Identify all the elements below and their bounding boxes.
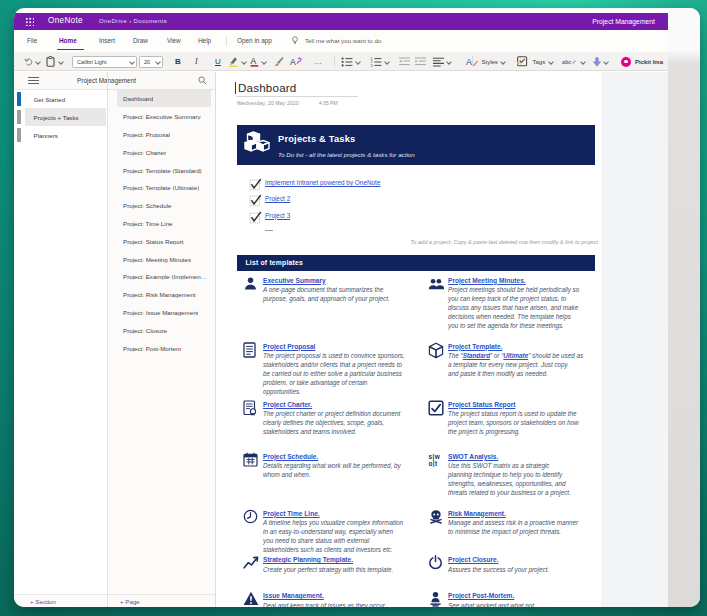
styles-button[interactable]: Styles xyxy=(480,52,499,71)
section-planners[interactable]: Planners xyxy=(14,126,107,144)
checked-checkbox-icon[interactable] xyxy=(249,211,263,224)
bullets-icon[interactable] xyxy=(341,52,353,71)
add-page-button[interactable]: + Page xyxy=(120,598,140,605)
outdent-icon[interactable] xyxy=(399,52,410,71)
template-link[interactable]: Project Charter. xyxy=(263,401,312,408)
page-item-project-schedule[interactable]: Project: Schedule xyxy=(117,196,211,214)
font-color-icon[interactable]: A xyxy=(250,52,259,71)
pickit-button[interactable]: Pickit Ima xyxy=(635,52,663,71)
underline-button[interactable]: U xyxy=(215,52,221,71)
page-item-project-template-standard-[interactable]: Project: Template (Standard) xyxy=(117,161,211,179)
template-link[interactable]: SWOT Analysis. xyxy=(448,453,498,460)
page-item-project-charter[interactable]: Project: Charter xyxy=(117,143,211,161)
template-link[interactable]: Project Proposal xyxy=(263,343,315,350)
highlight-icon[interactable] xyxy=(228,52,239,71)
tags-dropdown[interactable] xyxy=(548,52,553,71)
styles-dropdown[interactable] xyxy=(500,52,505,71)
checked-checkbox-icon[interactable] xyxy=(249,194,263,207)
page-item-project-template-ultimate-[interactable]: Project: Template (Ultimate) xyxy=(117,179,211,197)
font-name-combo[interactable]: Calibri Light xyxy=(72,56,137,68)
menu-tab-help[interactable]: Help xyxy=(198,37,211,44)
undo-dropdown[interactable] xyxy=(35,52,40,71)
section-get-started[interactable]: Get Started xyxy=(14,90,107,108)
template-link[interactable]: Issue Management. xyxy=(263,592,324,599)
template-link[interactable]: Project Closure. xyxy=(448,556,499,563)
template-link[interactable]: Project Post-Mortem. xyxy=(448,592,514,599)
undo-icon[interactable] xyxy=(24,52,33,71)
template-link[interactable]: Project Template. xyxy=(448,343,502,350)
more-options-button[interactable]: … xyxy=(314,52,323,71)
template-link[interactable]: Project Schedule. xyxy=(263,453,318,460)
search-icon[interactable] xyxy=(198,76,207,85)
page-date: Wednesday, 20 May 2020 xyxy=(237,100,299,106)
open-in-app-button[interactable]: Open in app xyxy=(237,37,272,44)
breadcrumb[interactable]: OneDrive › Documents xyxy=(99,18,167,24)
standard-link[interactable]: Standard xyxy=(463,352,490,359)
paste-icon[interactable] xyxy=(46,52,55,71)
bold-button[interactable]: B xyxy=(175,52,181,71)
page-title[interactable]: Dashboard xyxy=(238,81,297,94)
todo-link[interactable]: Implement Intranet powered by OneNote xyxy=(265,179,380,186)
numbering-dropdown[interactable] xyxy=(384,52,389,71)
page-item-dashboard[interactable]: Dashboard xyxy=(117,90,211,108)
page-item-project-post-mortem[interactable]: Project: Post-Mortem xyxy=(117,339,211,357)
italic-button[interactable]: I xyxy=(195,52,198,71)
checked-checkbox-icon[interactable] xyxy=(249,178,263,191)
page-item-project-time-line[interactable]: Project: Time Line xyxy=(117,214,211,232)
template-link[interactable]: Project Status Report xyxy=(448,401,515,408)
align-dropdown[interactable] xyxy=(446,52,451,71)
nav-header: Project Management xyxy=(14,72,215,90)
font-color-dropdown[interactable] xyxy=(261,52,266,71)
menu-tab-insert[interactable]: Insert xyxy=(99,37,115,44)
pane-footer: + Section + Page xyxy=(14,594,215,607)
format-painter-icon[interactable] xyxy=(273,52,284,71)
add-section-button[interactable]: + Section xyxy=(30,598,56,605)
tell-me-box[interactable]: Tell me what you want to do xyxy=(305,37,381,44)
template-link[interactable]: Strategic Planning Template. xyxy=(263,556,353,563)
menu-tab-draw[interactable]: Draw xyxy=(133,37,148,44)
indent-icon[interactable] xyxy=(415,52,426,71)
power-icon xyxy=(428,555,444,571)
template-link[interactable]: Project Time Line. xyxy=(263,510,320,517)
template-link[interactable]: Executive Summary xyxy=(263,277,326,284)
charter-icon xyxy=(243,400,259,416)
todo-link[interactable]: Project 3 xyxy=(265,212,290,219)
page-item-project-issue-management[interactable]: Project: Issue Management xyxy=(117,303,211,321)
page-item-project-status-report[interactable]: Project: Status Report xyxy=(117,232,211,250)
section-projects-tasks[interactable]: Projects + Tasks xyxy=(14,108,107,126)
page-item-label: Project: Charter xyxy=(123,148,166,155)
pickit-icon[interactable] xyxy=(621,52,631,71)
immersive-reader-icon[interactable] xyxy=(593,52,601,71)
pane-divider-2 xyxy=(215,72,216,608)
clear-formatting-icon[interactable]: A xyxy=(290,52,302,71)
ultimate-link[interactable]: Ultimate xyxy=(503,352,528,359)
menu-tab-file[interactable]: File xyxy=(27,37,37,44)
align-icon[interactable] xyxy=(433,52,444,71)
font-size-combo[interactable]: 20 xyxy=(139,56,163,68)
font-size-value: 20 xyxy=(144,59,155,65)
page-item-project-executive-summary[interactable]: Project: Executive Summary xyxy=(117,107,211,125)
todo-link[interactable]: Project 2 xyxy=(265,195,290,202)
page-item-project-closure[interactable]: Project: Closure xyxy=(117,321,211,339)
spelling-dropdown[interactable] xyxy=(580,52,585,71)
reader-dropdown[interactable] xyxy=(603,52,608,71)
tags-button[interactable]: Tags xyxy=(531,52,547,71)
highlight-dropdown[interactable] xyxy=(241,52,246,71)
app-launcher-icon[interactable] xyxy=(25,17,34,26)
page-item-project-risk-management[interactable]: Project: Risk Management xyxy=(117,285,211,303)
paste-dropdown[interactable] xyxy=(58,52,63,71)
bullets-dropdown[interactable] xyxy=(355,52,360,71)
numbering-icon[interactable]: 123 xyxy=(370,52,382,71)
banner-subtitle: To Do list - all the latest projects & t… xyxy=(278,151,415,158)
template-link[interactable]: Project Meeting Minutes. xyxy=(448,277,526,284)
page-item-project-example-implemen-[interactable]: Project: Example (Implemen… xyxy=(117,268,211,286)
spelling-icon[interactable]: abc✓ xyxy=(562,52,576,71)
page-item-project-meeting-minutes[interactable]: Project: Meeting Minutes xyxy=(117,250,211,268)
styles-icon[interactable]: A xyxy=(466,52,478,71)
tags-icon[interactable] xyxy=(516,52,528,71)
page-item-project-proposal[interactable]: Project: Proposal xyxy=(117,125,211,143)
template-link[interactable]: Risk Management. xyxy=(448,510,506,517)
page-item-label: Project: Closure xyxy=(123,326,167,333)
menu-tab-view[interactable]: View xyxy=(167,37,181,44)
menu-tab-home[interactable]: Home xyxy=(59,37,77,44)
